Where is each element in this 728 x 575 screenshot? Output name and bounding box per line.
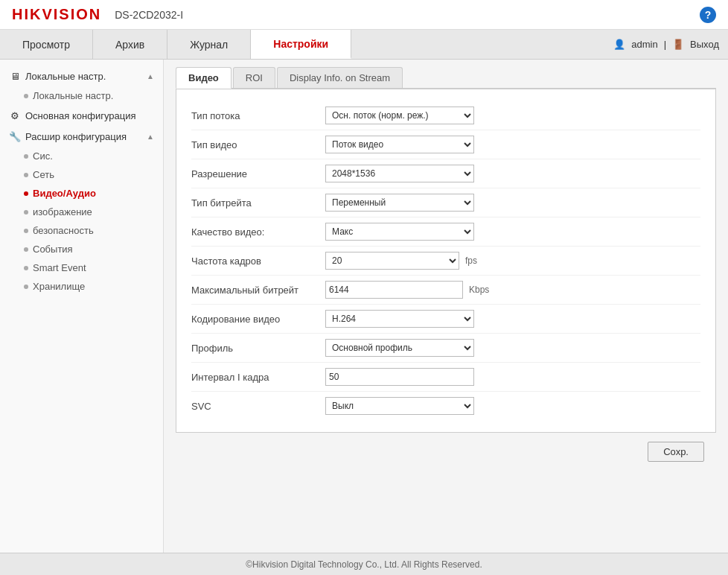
sidebar-section-local[interactable]: 🖥 Локальные настр. ▲ [0, 66, 163, 86]
dot-events [24, 247, 28, 252]
select-video-type[interactable]: Поток видео Видео и Аудио [325, 136, 474, 153]
control-framerate: 20 15101525 fps [325, 252, 477, 270]
sidebar-local-label: Локальные настр. [25, 71, 106, 82]
label-video-type: Тип видео [191, 139, 325, 150]
row-stream-type: Тип потока Осн. поток (норм. реж.) Доп. … [191, 101, 700, 130]
control-bitrate-type: Переменный Постоянный [325, 194, 474, 212]
label-video-quality: Качество видео: [191, 226, 325, 238]
main: 🖥 Локальные настр. ▲ Локальные настр. ⚙ … [0, 60, 728, 553]
sidebar-child-smart-event[interactable]: Smart Event [0, 258, 163, 277]
select-resolution[interactable]: 2048*1536 1920*1080 1280*960 1280*720 [325, 165, 474, 182]
nav-username: admin [631, 39, 657, 50]
dot-sys [24, 154, 28, 159]
sidebar-child-image[interactable]: изображение [0, 203, 163, 221]
sidebar-child-sys[interactable]: Сис. [0, 147, 163, 165]
row-profile: Профиль Основной профиль Высокий профиль… [191, 334, 700, 363]
control-profile: Основной профиль Высокий профиль Базовый… [325, 339, 474, 357]
dot-image [24, 210, 28, 215]
select-stream-type[interactable]: Осн. поток (норм. реж.) Доп. поток Трети… [325, 107, 474, 124]
sidebar-child-events[interactable]: События [0, 240, 163, 258]
tab-jurnal[interactable]: Журнал [167, 30, 251, 59]
sidebar-child-local-settings[interactable]: Локальные настр. [0, 86, 163, 105]
dot-smart-event [24, 266, 28, 270]
dot-local-settings [24, 94, 28, 98]
dot-security [24, 229, 28, 233]
row-video-encoding: Кодирование видео H.264 H.265 MJPEG [191, 305, 700, 334]
control-resolution: 2048*1536 1920*1080 1280*960 1280*720 [325, 165, 474, 182]
sidebar-child-storage[interactable]: Хранилище [0, 277, 163, 296]
sidebar-child-network[interactable]: Сеть [0, 165, 163, 184]
sidebar: 🖥 Локальные настр. ▲ Локальные настр. ⚙ … [0, 60, 164, 553]
sub-tab-video[interactable]: Видео [176, 67, 232, 89]
label-max-bitrate: Максимальный битрейт [191, 285, 325, 296]
input-max-bitrate[interactable] [325, 281, 463, 299]
footer-text: ©Hikvision Digital Technology Co., Ltd. … [246, 559, 482, 570]
control-max-bitrate: Kbps [325, 281, 489, 299]
sidebar-local-arrow: ▲ [147, 72, 154, 80]
tab-prosmotr[interactable]: Просмотр [0, 30, 93, 59]
form-panel: Тип потока Осн. поток (норм. реж.) Доп. … [176, 89, 716, 433]
label-bitrate-type: Тип битрейта [191, 197, 325, 209]
row-framerate: Частота кадров 20 15101525 fps [191, 247, 700, 276]
row-video-quality: Качество видео: Макс Выше среднего Средн… [191, 217, 700, 247]
label-i-frame-interval: Интервал I кадра [191, 372, 325, 383]
select-video-encoding[interactable]: H.264 H.265 MJPEG [325, 310, 474, 328]
logo-text: HIKVISION [12, 6, 101, 23]
sub-tabs: Видео ROI Display Info. on Stream [176, 67, 716, 89]
row-svc: SVC Выкл Вкл [191, 392, 700, 420]
logout-link[interactable]: Выход [690, 39, 719, 50]
select-profile[interactable]: Основной профиль Высокий профиль Базовый… [325, 339, 474, 357]
sub-tab-roi[interactable]: ROI [233, 67, 275, 88]
header: HIKVISION DS-2CD2032-I ? [0, 0, 728, 30]
label-svc: SVC [191, 401, 325, 412]
control-video-encoding: H.264 H.265 MJPEG [325, 310, 474, 328]
label-resolution: Разрешение [191, 168, 325, 180]
row-i-frame-interval: Интервал I кадра [191, 363, 700, 392]
input-i-frame-interval[interactable] [325, 368, 474, 386]
label-framerate: Частота кадров [191, 255, 325, 267]
content: Видео ROI Display Info. on Stream Тип по… [164, 60, 728, 553]
help-icon[interactable]: ? [700, 7, 716, 23]
sidebar-section-basic[interactable]: ⚙ Основная конфигурация [0, 105, 163, 126]
dot-network [24, 173, 28, 177]
footer: ©Hikvision Digital Technology Co., Ltd. … [0, 553, 728, 575]
select-video-quality[interactable]: Макс Выше среднего Среднее Ниже среднего… [325, 223, 474, 241]
dot-storage [24, 285, 28, 289]
label-video-encoding: Кодирование видео [191, 314, 325, 325]
sidebar-child-video-audio[interactable]: Видео/Аудио [0, 184, 163, 203]
sidebar-basic-label: Основная конфигурация [25, 110, 136, 121]
dot-video-audio [24, 191, 28, 196]
save-area: Сохр. [176, 433, 716, 462]
select-framerate[interactable]: 20 15101525 [325, 252, 459, 270]
tab-arhiv[interactable]: Архив [93, 30, 167, 59]
label-stream-type: Тип потока [191, 110, 325, 121]
bitrate-unit: Kbps [469, 285, 489, 295]
wrench-icon: 🔧 [9, 130, 21, 142]
row-video-type: Тип видео Поток видео Видео и Аудио [191, 130, 700, 159]
tab-nastrojki[interactable]: Настройки [251, 30, 351, 59]
control-svc: Выкл Вкл [325, 397, 474, 415]
select-bitrate-type[interactable]: Переменный Постоянный [325, 194, 474, 212]
control-video-quality: Макс Выше среднего Среднее Ниже среднего… [325, 223, 474, 241]
label-profile: Профиль [191, 343, 325, 354]
logo-area: HIKVISION DS-2CD2032-I [12, 6, 183, 23]
model-text: DS-2CD2032-I [115, 9, 183, 21]
nav-right: 👤 admin | 🚪 Выход [613, 30, 728, 59]
gear-icon: ⚙ [9, 109, 21, 121]
sub-tab-display-info[interactable]: Display Info. on Stream [277, 67, 403, 88]
logout-icon: 🚪 [672, 39, 684, 50]
sidebar-advanced-label: Расшир конфигурация [25, 131, 127, 142]
save-button[interactable]: Сохр. [648, 442, 704, 462]
nav-divider: | [664, 39, 666, 50]
select-svc[interactable]: Выкл Вкл [325, 397, 474, 415]
control-stream-type: Осн. поток (норм. реж.) Доп. поток Трети… [325, 107, 474, 124]
row-bitrate-type: Тип битрейта Переменный Постоянный [191, 188, 700, 217]
user-icon: 👤 [613, 39, 625, 50]
control-video-type: Поток видео Видео и Аудио [325, 136, 474, 153]
sidebar-section-advanced[interactable]: 🔧 Расшир конфигурация ▲ [0, 126, 163, 147]
row-resolution: Разрешение 2048*1536 1920*1080 1280*960 … [191, 159, 700, 188]
sidebar-advanced-arrow: ▲ [147, 133, 154, 141]
sidebar-child-security[interactable]: безопасность [0, 221, 163, 240]
framerate-unit: fps [465, 255, 477, 266]
row-max-bitrate: Максимальный битрейт Kbps [191, 276, 700, 305]
